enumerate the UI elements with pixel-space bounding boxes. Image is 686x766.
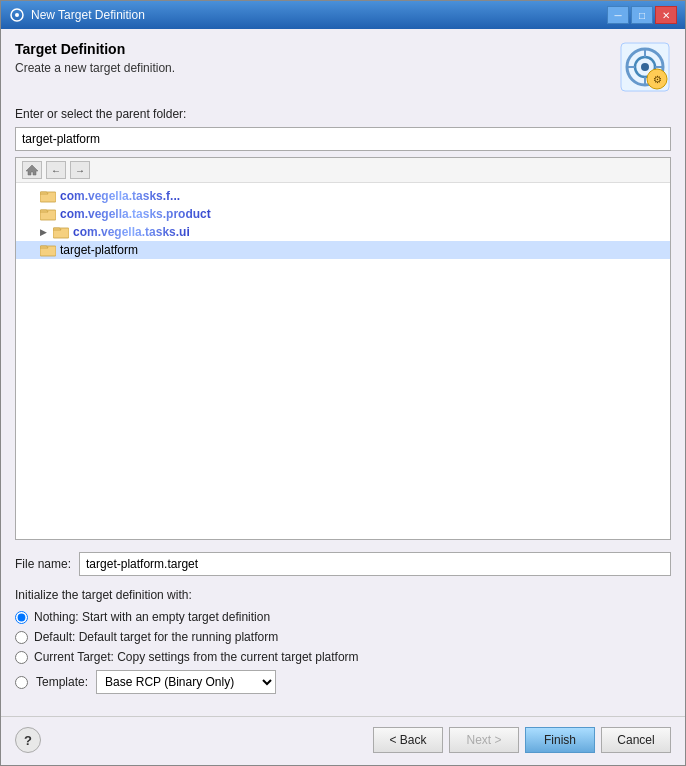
folder-input[interactable] <box>15 127 671 151</box>
tree-item-label: target-platform <box>60 243 138 257</box>
window-icon <box>9 7 25 23</box>
tree-items-container: com.vegella.tasks.f... com.vegella.tasks… <box>16 183 670 263</box>
dialog-subtitle: Create a new target definition. <box>15 61 175 75</box>
tree-item[interactable]: com.vegella.tasks.product <box>16 205 670 223</box>
header-text: Target Definition Create a new target de… <box>15 41 175 75</box>
radio-current: Current Target: Copy settings from the c… <box>15 650 671 664</box>
tree-item-selected[interactable]: target-platform <box>16 241 670 259</box>
cancel-button[interactable]: Cancel <box>601 727 671 753</box>
file-name-label: File name: <box>15 557 71 571</box>
dialog-content: Target Definition Create a new target de… <box>1 29 685 716</box>
tree-home-button[interactable] <box>22 161 42 179</box>
svg-marker-12 <box>26 165 38 175</box>
file-name-row: File name: <box>15 552 671 576</box>
help-button[interactable]: ? <box>15 727 41 753</box>
radio-current-label[interactable]: Current Target: Copy settings from the c… <box>34 650 359 664</box>
next-button[interactable]: Next > <box>449 727 519 753</box>
expand-arrow-icon: ▶ <box>40 227 47 237</box>
radio-default-input[interactable] <box>15 631 28 644</box>
file-name-input[interactable] <box>79 552 671 576</box>
close-button[interactable]: ✕ <box>655 6 677 24</box>
tree-item[interactable]: com.vegella.tasks.f... <box>16 187 670 205</box>
dialog-window: New Target Definition ─ □ ✕ Target Defin… <box>0 0 686 766</box>
tree-forward-button[interactable]: → <box>70 161 90 179</box>
svg-text:⚙: ⚙ <box>653 74 662 85</box>
init-section: Initialize the target definition with: N… <box>15 588 671 700</box>
radio-nothing-input[interactable] <box>15 611 28 624</box>
radio-nothing-label[interactable]: Nothing: Start with an empty target defi… <box>34 610 270 624</box>
radio-template: Template: Base RCP (Binary Only) Base RC… <box>15 670 671 694</box>
radio-nothing: Nothing: Start with an empty target defi… <box>15 610 671 624</box>
tree-back-button[interactable]: ← <box>46 161 66 179</box>
window-controls: ─ □ ✕ <box>607 6 677 24</box>
title-bar: New Target Definition ─ □ ✕ <box>1 1 685 29</box>
dialog-title: Target Definition <box>15 41 175 57</box>
header-icon: ⚙ <box>619 41 671 93</box>
tree-item-label: com.vegella.tasks.ui <box>73 225 190 239</box>
tree-item-label: com.vegella.tasks.product <box>60 207 211 221</box>
button-bar: ? < Back Next > Finish Cancel <box>1 716 685 765</box>
dialog-header: Target Definition Create a new target de… <box>15 41 671 93</box>
svg-point-5 <box>641 63 649 71</box>
radio-current-input[interactable] <box>15 651 28 664</box>
svg-point-1 <box>15 13 19 17</box>
folder-tree-panel[interactable]: ← → com.vegella.tasks.f... <box>15 157 671 540</box>
tree-item-label: com.vegella.tasks.f... <box>60 189 180 203</box>
radio-template-label[interactable]: Template: <box>36 675 88 689</box>
radio-default-label[interactable]: Default: Default target for the running … <box>34 630 278 644</box>
back-button[interactable]: < Back <box>373 727 443 753</box>
maximize-button[interactable]: □ <box>631 6 653 24</box>
finish-button[interactable]: Finish <box>525 727 595 753</box>
tree-item[interactable]: ▶ com.vegella.tasks.ui <box>16 223 670 241</box>
folder-label: Enter or select the parent folder: <box>15 107 671 121</box>
radio-template-input[interactable] <box>15 676 28 689</box>
tree-toolbar: ← → <box>16 158 670 183</box>
template-dropdown[interactable]: Base RCP (Binary Only) Base RCP (Source … <box>96 670 276 694</box>
minimize-button[interactable]: ─ <box>607 6 629 24</box>
window-title: New Target Definition <box>31 8 601 22</box>
init-label: Initialize the target definition with: <box>15 588 671 602</box>
radio-default: Default: Default target for the running … <box>15 630 671 644</box>
